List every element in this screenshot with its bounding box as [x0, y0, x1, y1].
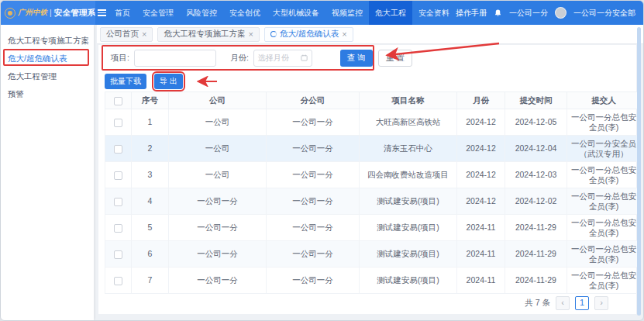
total-count: 共 7 条 [525, 298, 550, 309]
cell-submitter: 一公司一分总包安全员(李) [567, 268, 641, 294]
bell-icon[interactable] [494, 9, 502, 18]
nav-safety-excellence[interactable]: 安全创优 [223, 1, 267, 25]
user-name: 一公司一分安全部 [573, 8, 635, 19]
page-number-1[interactable]: 1 [575, 296, 589, 310]
header-right: 操作手册 一公司一分 一公司一分安全部 [456, 1, 643, 25]
nav-large-machinery[interactable]: 大型机械设备 [267, 1, 325, 25]
cell-submit_time: 2024-12-03 [505, 162, 567, 188]
table-row[interactable]: 1一公司一公司一分大旺高新区高铁站2024-122024-12-05一公司一分总… [105, 109, 641, 136]
sidebar: 危大工程专项施工方案 危大/超危确认表 危大工程管理 预警 [1, 25, 94, 320]
cell-branch: 一公司一分 [267, 241, 360, 268]
table-row[interactable]: 2一公司一公司一分清东玉石中心2024-122024-12-04一公司一分安全员… [105, 136, 641, 162]
cell-submit_time: 2024-11-29 [505, 241, 567, 268]
row-checkbox[interactable] [114, 277, 122, 285]
top-header: 广州中铁 | 安全管理系统 首页 安全管理 风险管控 安全创优 大型机械设备 视… [1, 1, 643, 25]
table-row[interactable]: 4一公司一分一公司一分测试建安易(项目)2024-122024-12-02一公司… [105, 188, 641, 215]
cell-company: 一公司 [169, 109, 267, 136]
cell-project: 大旺高新区高铁站 [360, 109, 457, 136]
row-checkbox[interactable] [114, 224, 122, 233]
vertical-scrollbar[interactable] [637, 27, 641, 316]
row-checkbox[interactable] [114, 250, 122, 259]
batch-download-button[interactable]: 批量下载 [105, 74, 146, 89]
sidebar-item-special-plan[interactable]: 危大工程专项施工方案 [1, 32, 94, 50]
logo-icon [5, 8, 15, 19]
cell-project: 测试建安易(项目) [360, 188, 457, 215]
toolbar: 批量下载 导 出 [105, 71, 630, 91]
cell-project: 测试建安易(项目) [360, 215, 457, 241]
next-page-button[interactable]: › [594, 296, 608, 310]
top-nav: 首页 安全管理 风险管控 安全创优 大型机械设备 视频监控 危大工程 安全资料 [108, 1, 456, 25]
table-body: 1一公司一公司一分大旺高新区高铁站2024-122024-12-05一公司一分总… [105, 109, 641, 294]
cell-submitter: 一公司一分总包安全员(李) [567, 162, 641, 188]
sidebar-item-project-management[interactable]: 危大工程管理 [1, 67, 94, 85]
manual-link[interactable]: 操作手册 [456, 8, 487, 19]
menu-collapse-icon[interactable] [95, 1, 108, 25]
row-checkbox[interactable] [114, 171, 122, 180]
prev-page-button[interactable]: ‹ [556, 296, 570, 310]
main-area: 公司首页 × 危大工程专项施工方案 × 危大/超危确认表 × 项目: 月份: 选… [97, 25, 643, 320]
tab-bar: 公司首页 × 危大工程专项施工方案 × 危大/超危确认表 × [97, 25, 643, 44]
project-label: 项目: [111, 53, 129, 64]
cell-month: 2024-11 [457, 268, 505, 294]
sidebar-item-confirm-table[interactable]: 危大/超危确认表 [1, 50, 94, 67]
org-select[interactable]: 一公司一分 [509, 8, 548, 19]
nav-safety-management[interactable]: 安全管理 [136, 1, 180, 25]
cell-month: 2024-12 [457, 136, 505, 162]
cell-company: 一公司一分 [169, 268, 267, 294]
content-card: 项目: 月份: 选择月份 查 询 重 置 批量下载 导 出 [98, 45, 636, 314]
cell-branch: 一公司一分 [267, 215, 360, 241]
row-checkbox[interactable] [114, 119, 122, 127]
nav-risk-control[interactable]: 风险管控 [180, 1, 223, 25]
cell-company: 一公司 [169, 136, 267, 162]
table-row[interactable]: 3一公司一公司一分四会南收费站改造项目2024-122024-12-03一公司一… [105, 162, 641, 188]
search-button[interactable]: 查 询 [340, 50, 373, 67]
cell-no: 4 [132, 188, 169, 215]
tab-special-plan[interactable]: 危大工程专项施工方案 × [157, 27, 259, 42]
cell-month: 2024-12 [457, 109, 505, 136]
col-header-branch: 分公司 [267, 92, 360, 109]
checkbox-cell [105, 241, 132, 268]
month-picker[interactable]: 选择月份 [253, 50, 312, 67]
cell-month: 2024-11 [457, 215, 505, 241]
tab-company-home[interactable]: 公司首页 × [100, 27, 153, 42]
cell-no: 5 [132, 215, 169, 241]
reset-button[interactable]: 重 置 [378, 50, 412, 67]
cell-submit_time: 2024-11-29 [505, 215, 567, 241]
close-icon[interactable]: × [342, 30, 346, 39]
cell-company: 一公司一分 [169, 215, 267, 241]
table-row[interactable]: 5一公司一分一公司一分测试建安易(项目)2024-112024-11-29一公司… [105, 215, 641, 241]
cell-branch: 一公司一分 [267, 188, 360, 215]
avatar[interactable] [555, 7, 567, 19]
table-row[interactable]: 7一公司一分一公司一分测试建安易(项目)2024-112024-11-29一公司… [105, 268, 641, 294]
table-row[interactable]: 6一公司一分一公司一分测试建安易(项目)2024-112024-11-29一公司… [105, 241, 641, 268]
cell-project: 测试建安易(项目) [360, 268, 457, 294]
project-input[interactable] [134, 50, 216, 67]
checkbox-cell [105, 136, 132, 162]
cell-no: 3 [132, 162, 169, 188]
annotation-arrow-export [194, 76, 222, 87]
export-button[interactable]: 导 出 [154, 74, 183, 89]
tab-label: 公司首页 [106, 29, 139, 40]
sidebar-item-warning[interactable]: 预警 [1, 85, 94, 103]
nav-safety-docs[interactable]: 安全资料 [412, 1, 456, 25]
close-icon[interactable]: × [142, 30, 146, 39]
row-checkbox[interactable] [114, 145, 122, 154]
cell-project: 清东玉石中心 [360, 136, 457, 162]
filter-bar: 项目: 月份: 选择月份 查 询 重 置 [105, 45, 630, 71]
month-placeholder: 选择月份 [258, 53, 289, 64]
cell-month: 2024-12 [457, 162, 505, 188]
select-all-checkbox[interactable] [114, 97, 122, 105]
records-table: 序号 公司 分公司 项目名称 月份 提交时间 提交人 1一公司一公司一分大旺高新… [105, 91, 641, 294]
nav-video-monitor[interactable]: 视频监控 [325, 1, 369, 25]
nav-major-project[interactable]: 危大工程 [369, 1, 412, 25]
close-icon[interactable]: × [248, 30, 253, 39]
tab-label: 危大/超危确认表 [280, 29, 339, 40]
month-label: 月份: [230, 53, 249, 64]
cell-submitter: 一公司一分总包安全员(李) [567, 241, 641, 268]
tab-confirm-table[interactable]: 危大/超危确认表 × [264, 27, 353, 42]
nav-home[interactable]: 首页 [108, 1, 136, 25]
calendar-icon [301, 54, 308, 61]
checkbox-cell [105, 188, 132, 215]
row-checkbox[interactable] [114, 198, 122, 206]
app-title: 安全管理系统 [54, 8, 95, 19]
